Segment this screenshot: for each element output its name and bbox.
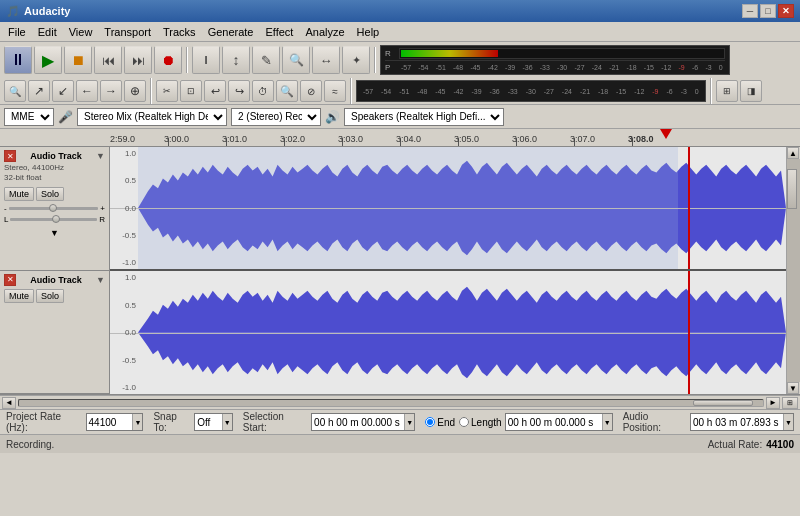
menu-effect[interactable]: Effect	[260, 24, 300, 40]
scroll-down-button[interactable]: ▼	[787, 382, 799, 394]
track1-gain: - +	[4, 204, 105, 213]
menu-view[interactable]: View	[63, 24, 99, 40]
track2-center-line	[110, 333, 786, 334]
track-area: ✕ Audio Track ▼ Stereo, 44100Hz 32-bit f…	[0, 147, 800, 395]
skip-back-button[interactable]: ⏮	[94, 46, 122, 74]
selection-start-arrow[interactable]: ▼	[404, 414, 414, 430]
track1-pan-slider[interactable]	[10, 218, 97, 221]
zoom-fit-button[interactable]: 🔍	[4, 80, 26, 102]
horizontal-scrollbar[interactable]: ◄ ► ⊞	[0, 395, 800, 409]
close-button[interactable]: ✕	[778, 4, 794, 18]
length-radio[interactable]	[459, 417, 469, 427]
track1-pan-thumb[interactable]	[52, 215, 60, 223]
time-label-2: 3:01.0	[222, 134, 247, 144]
track1-gain-slider[interactable]	[9, 207, 99, 210]
time-label-8: 3:07.0	[570, 134, 595, 144]
menu-analyze[interactable]: Analyze	[299, 24, 350, 40]
time-label-0: 2:59.0	[110, 134, 135, 144]
menu-transport[interactable]: Transport	[98, 24, 157, 40]
audio-position-input[interactable]: 00 h 03 m 07.893 s ▼	[690, 413, 794, 431]
vertical-scrollbar[interactable]: ▲ ▼	[786, 147, 800, 394]
scroll-size-button[interactable]: ⊞	[782, 397, 798, 409]
track2-waveform[interactable]: 1.0 0.5 0.0 -0.5 -1.0	[110, 271, 786, 394]
tool-timeshift[interactable]: ↔	[312, 46, 340, 74]
end-length-radio: End Length	[425, 417, 501, 428]
menu-tracks[interactable]: Tracks	[157, 24, 202, 40]
track1-solo-button[interactable]: Solo	[36, 187, 64, 201]
record-button[interactable]: ⏺	[154, 46, 182, 74]
track1-waveform[interactable]: 1.0 0.5 0.0 -0.5 -1.0 // Generate wavefo…	[110, 147, 786, 271]
waveform-display[interactable]: 1.0 0.5 0.0 -0.5 -1.0 // Generate wavefo…	[110, 147, 786, 394]
zoom-in-button[interactable]: ↗	[28, 80, 50, 102]
arrow-right-button[interactable]: →	[100, 80, 122, 102]
timeline-ruler: 2:59.0 3:00.0 3:01.0 3:02.0 3:03.0 3:04.…	[0, 129, 800, 147]
audio-position-group: Audio Position: 00 h 03 m 07.893 s ▼	[623, 411, 794, 433]
menu-file[interactable]: File	[2, 24, 32, 40]
project-rate-arrow[interactable]: ▼	[132, 414, 142, 430]
scroll-left-button[interactable]: ◄	[2, 397, 16, 409]
h-scroll-track[interactable]	[18, 399, 764, 407]
output-device-select[interactable]: Speakers (Realtek High Defi...	[344, 108, 504, 126]
snap-to-input[interactable]: Off ▼	[194, 413, 233, 431]
tool-multi[interactable]: ✦	[342, 46, 370, 74]
track1-gain-thumb[interactable]	[49, 204, 57, 212]
input-channels-select[interactable]: 2 (Stereo) Recor...	[231, 108, 321, 126]
track1-collapse-button[interactable]: ▼	[50, 228, 59, 238]
cursor-button[interactable]: ⊕	[124, 80, 146, 102]
selection-start-input[interactable]: 00 h 00 m 00.000 s ▼	[311, 413, 415, 431]
tool-envelope[interactable]: ↕	[222, 46, 250, 74]
menu-help[interactable]: Help	[351, 24, 386, 40]
arrow-left-button[interactable]: ←	[76, 80, 98, 102]
tool-select[interactable]: I	[192, 46, 220, 74]
audio-position-value: 00 h 03 m 07.893 s	[691, 417, 783, 428]
length-radio-item: Length	[459, 417, 502, 428]
snap-to-arrow[interactable]: ▼	[222, 414, 232, 430]
skip-forward-button[interactable]: ⏭	[124, 46, 152, 74]
track2-solo-button[interactable]: Solo	[36, 289, 64, 303]
tool-zoom[interactable]: 🔍	[282, 46, 310, 74]
pause-button[interactable]: ⏸	[4, 46, 32, 74]
track1-pan: L R	[4, 215, 105, 224]
minimize-button[interactable]: ─	[742, 4, 758, 18]
api-select[interactable]: MME	[4, 108, 54, 126]
trim-button[interactable]: ✂	[156, 80, 178, 102]
maximize-button[interactable]: □	[760, 4, 776, 18]
audio-position-arrow[interactable]: ▼	[783, 414, 793, 430]
track2-close-button[interactable]: ✕	[4, 274, 16, 286]
menu-generate[interactable]: Generate	[202, 24, 260, 40]
end-radio[interactable]	[425, 417, 435, 427]
titlebar-left: 🎵 Audacity	[6, 5, 70, 18]
track1-close-button[interactable]: ✕	[4, 150, 16, 162]
undo-button[interactable]: ↩	[204, 80, 226, 102]
scroll-track-v[interactable]	[787, 159, 800, 382]
zoom-out-button[interactable]: ↙	[52, 80, 74, 102]
input-device-select[interactable]: Stereo Mix (Realtek High De...	[77, 108, 227, 126]
transport-toolbar: ⏸ ▶ ⏹ ⏮ ⏭ ⏺ I ↕ ✎ 🔍 ↔ ✦ R P -57	[0, 42, 800, 78]
h-scroll-thumb[interactable]	[693, 400, 753, 406]
project-rate-input[interactable]: 44100 ▼	[86, 413, 144, 431]
track1-mute-button[interactable]: Mute	[4, 187, 34, 201]
track1-name: Audio Track	[30, 151, 82, 161]
track2-menu[interactable]: ▼	[96, 275, 105, 285]
end-value-input[interactable]: 00 h 00 m 00.000 s ▼	[505, 413, 613, 431]
loop-button[interactable]: 🔍	[276, 80, 298, 102]
sync-button[interactable]: ⏱	[252, 80, 274, 102]
redo-button[interactable]: ↪	[228, 80, 250, 102]
extra-btn1[interactable]: ⊞	[716, 80, 738, 102]
tool-draw[interactable]: ✎	[252, 46, 280, 74]
silence-button[interactable]: ⊡	[180, 80, 202, 102]
scroll-up-button[interactable]: ▲	[787, 147, 799, 159]
menu-edit[interactable]: Edit	[32, 24, 63, 40]
play-button[interactable]: ▶	[34, 46, 62, 74]
end-value-arrow[interactable]: ▼	[602, 414, 612, 430]
track2-mute-button[interactable]: Mute	[4, 289, 34, 303]
track1-menu[interactable]: ▼	[96, 151, 105, 161]
waveform-button[interactable]: ≈	[324, 80, 346, 102]
selection-start-group: Selection Start: 00 h 00 m 00.000 s ▼	[243, 411, 415, 433]
mark-button[interactable]: ⊘	[300, 80, 322, 102]
scroll-right-button[interactable]: ►	[766, 397, 780, 409]
scroll-thumb-v[interactable]	[787, 169, 797, 209]
stop-button[interactable]: ⏹	[64, 46, 92, 74]
time-label-7: 3:06.0	[512, 134, 537, 144]
extra-btn2[interactable]: ◨	[740, 80, 762, 102]
